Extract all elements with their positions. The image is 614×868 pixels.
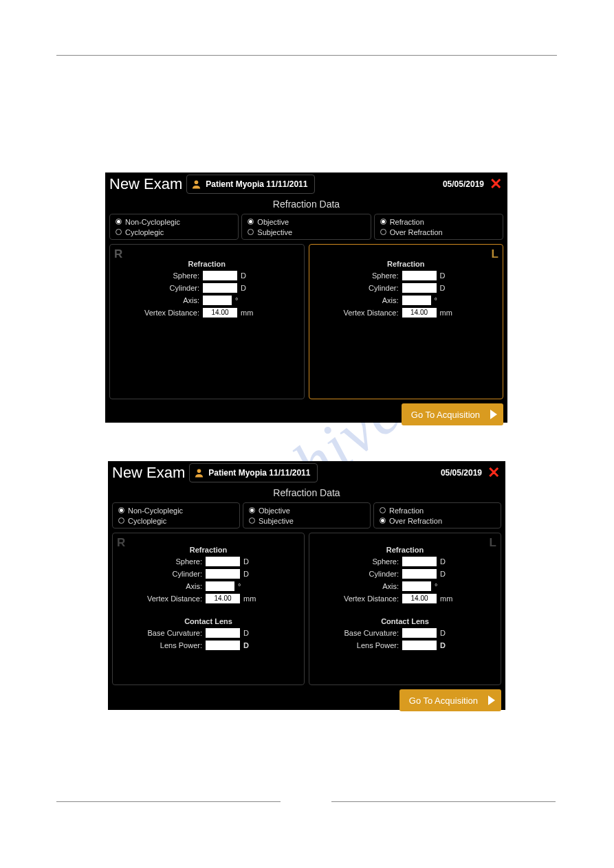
radio-indicator-icon xyxy=(380,507,386,513)
radio-label: Subjective xyxy=(259,517,294,525)
unit-d: D xyxy=(243,641,249,649)
patient-icon xyxy=(191,179,201,190)
vertex-label: Vertex Distance: xyxy=(316,309,399,317)
close-button[interactable]: ✕ xyxy=(488,177,503,192)
lenspower-input[interactable] xyxy=(206,641,240,650)
svg-point-0 xyxy=(195,180,199,184)
radio-indicator-icon xyxy=(118,518,124,524)
patient-badge[interactable]: Patient Myopia 11/11/2011 xyxy=(186,175,315,194)
left-eye-letter: L xyxy=(490,536,496,550)
unit-d: D xyxy=(440,641,446,649)
left-eye-letter: L xyxy=(492,247,498,261)
axis-input[interactable] xyxy=(402,581,431,591)
contact-lens-heading: Contact Lens xyxy=(120,605,297,627)
radio-cycloplegic[interactable]: Cycloplegic xyxy=(116,227,232,237)
axis-input[interactable] xyxy=(402,296,431,305)
radio-group-refr: Refraction Over Refraction xyxy=(374,214,503,240)
go-to-acquisition-button[interactable]: Go To Acquisition xyxy=(399,689,501,711)
unit-deg: ° xyxy=(235,296,238,304)
vertex-input[interactable]: 14.00 xyxy=(402,308,437,318)
page-divider-bottom-left xyxy=(56,801,281,802)
patient-badge[interactable]: Patient Myopia 11/11/2011 xyxy=(189,463,318,482)
left-eye-panel[interactable]: L Refraction Sphere:D Cylinder:D Axis:° … xyxy=(309,244,504,399)
lenspower-input[interactable] xyxy=(402,641,437,650)
unit-mm: mm xyxy=(440,594,452,603)
vertex-input[interactable]: 14.00 xyxy=(203,308,237,318)
radio-label: Over Refraction xyxy=(389,517,442,525)
sphere-input[interactable] xyxy=(203,271,237,280)
exam-screenshot-over-refraction: New Exam Patient Myopia 11/11/2011 05/05… xyxy=(108,461,505,710)
radio-group-obj: Objective Subjective xyxy=(241,214,371,240)
axis-label: Axis: xyxy=(316,582,399,590)
unit-d: D xyxy=(243,629,249,637)
radio-over-refraction[interactable]: Over Refraction xyxy=(380,515,495,526)
radio-objective[interactable]: Objective xyxy=(249,505,364,515)
radio-row: Non-Cycloplegic Cycloplegic Objective Su… xyxy=(105,214,507,244)
radio-subjective[interactable]: Subjective xyxy=(248,227,364,237)
radio-refraction[interactable]: Refraction xyxy=(380,216,497,227)
right-eye-letter: R xyxy=(114,247,122,261)
radio-over-refraction[interactable]: Over Refraction xyxy=(380,227,497,237)
exam-date: 05/05/2019 xyxy=(443,179,484,189)
unit-d: D xyxy=(243,557,249,566)
vertex-input[interactable]: 14.00 xyxy=(206,594,240,603)
radio-indicator-icon xyxy=(249,507,255,513)
svg-point-1 xyxy=(197,469,201,473)
sphere-input[interactable] xyxy=(402,557,437,566)
radio-label: Over Refraction xyxy=(390,228,443,236)
go-to-acquisition-button[interactable]: Go To Acquisition xyxy=(402,403,503,425)
cylinder-input[interactable] xyxy=(402,569,437,579)
sphere-input[interactable] xyxy=(206,557,240,566)
refraction-heading: Refraction xyxy=(316,250,496,269)
page-divider-bottom-right xyxy=(331,801,556,802)
radio-non-cycloplegic[interactable]: Non-Cycloplegic xyxy=(118,505,234,515)
radio-group-obj: Objective Subjective xyxy=(243,502,371,528)
radio-label: Refraction xyxy=(390,218,424,226)
unit-d: D xyxy=(440,570,446,578)
basecurv-input[interactable] xyxy=(402,628,437,638)
radio-refraction[interactable]: Refraction xyxy=(380,505,495,515)
radio-indicator-icon xyxy=(116,229,122,235)
sphere-label: Sphere: xyxy=(117,271,199,280)
radio-label: Cycloplegic xyxy=(125,228,164,236)
radio-label: Objective xyxy=(257,218,289,226)
axis-label: Axis: xyxy=(117,296,199,304)
cylinder-input[interactable] xyxy=(206,569,240,579)
unit-d: D xyxy=(440,271,446,280)
radio-non-cycloplegic[interactable]: Non-Cycloplegic xyxy=(116,216,232,227)
cylinder-input[interactable] xyxy=(203,283,237,293)
vertex-input[interactable]: 14.00 xyxy=(402,594,437,603)
patient-icon xyxy=(194,467,204,478)
exam-header: New Exam Patient Myopia 11/11/2011 05/05… xyxy=(105,173,507,196)
axis-label: Axis: xyxy=(316,296,399,304)
cylinder-label: Cylinder: xyxy=(117,284,199,292)
right-eye-letter: R xyxy=(117,536,125,550)
axis-input[interactable] xyxy=(203,296,232,305)
right-eye-panel[interactable]: R Refraction Sphere:D Cylinder:D Axis:° … xyxy=(109,244,305,399)
cylinder-label: Cylinder: xyxy=(316,284,399,292)
radio-label: Objective xyxy=(259,507,290,515)
subtitle: Refraction Data xyxy=(108,485,505,502)
radio-objective[interactable]: Objective xyxy=(248,216,364,227)
basecurv-label: Base Curvature: xyxy=(316,629,399,637)
chevron-right-icon xyxy=(485,408,503,421)
radio-cycloplegic[interactable]: Cycloplegic xyxy=(118,515,234,526)
page-divider-top xyxy=(56,55,557,56)
unit-d: D xyxy=(243,570,249,578)
sphere-label: Sphere: xyxy=(316,557,399,566)
right-eye-panel[interactable]: R Refraction Sphere:D Cylinder:D Axis:° … xyxy=(112,533,305,685)
radio-indicator-icon xyxy=(380,219,386,225)
axis-input[interactable] xyxy=(206,581,234,591)
left-eye-panel[interactable]: L Refraction Sphere:D Cylinder:D Axis:° … xyxy=(309,533,501,685)
basecurv-input[interactable] xyxy=(206,628,240,638)
cylinder-input[interactable] xyxy=(402,283,437,293)
close-button[interactable]: ✕ xyxy=(486,465,501,480)
cylinder-label: Cylinder: xyxy=(316,570,399,578)
radio-subjective[interactable]: Subjective xyxy=(249,515,364,526)
radio-indicator-icon xyxy=(380,229,386,235)
sphere-input[interactable] xyxy=(402,271,437,280)
refraction-heading: Refraction xyxy=(316,539,494,555)
footer: Go To Acquisition xyxy=(105,399,507,430)
unit-d: D xyxy=(440,557,446,566)
acq-label: Go To Acquisition xyxy=(411,410,480,420)
